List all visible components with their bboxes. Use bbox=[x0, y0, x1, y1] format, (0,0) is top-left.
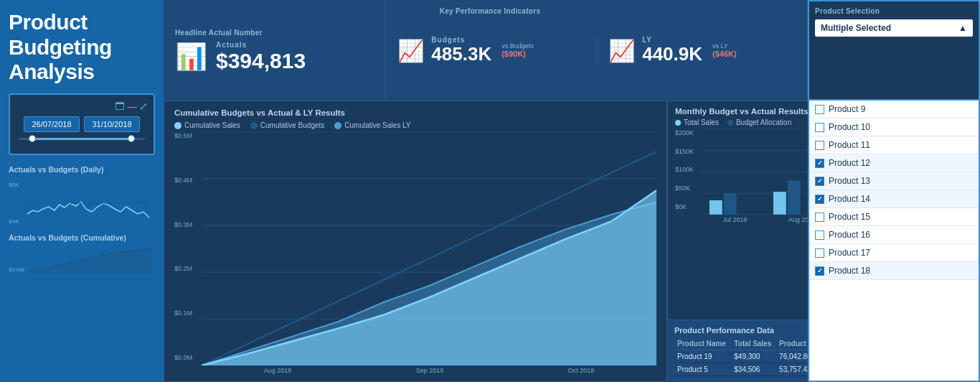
slider-thumb-right[interactable] bbox=[128, 135, 135, 142]
product-name: Product 12 bbox=[829, 158, 870, 168]
legend-item-sales: Cumulative Sales bbox=[174, 121, 240, 129]
y-label-0p0: $0.0M bbox=[174, 354, 199, 361]
x-label-aug: Aug 2018 bbox=[264, 367, 292, 374]
product-list-item[interactable]: Product 11 bbox=[809, 136, 979, 154]
product-list-item[interactable]: Product 9 bbox=[809, 101, 979, 118]
y-label-0p3: $0.3M bbox=[174, 221, 199, 228]
vs-ly-label: vs LY bbox=[712, 42, 737, 50]
row1-name: Product 19 bbox=[674, 350, 731, 363]
product-list-item[interactable]: ✓Product 12 bbox=[809, 154, 979, 172]
kpi-section-title: Key Performance Indicators bbox=[440, 7, 541, 15]
kpi-section: Key Performance Indicators 📈 Budgets 485… bbox=[386, 0, 808, 101]
product-name: Product 11 bbox=[829, 140, 870, 150]
minimize-icon: — bbox=[127, 101, 137, 112]
end-date-field[interactable]: 31/10/2018 bbox=[84, 116, 140, 132]
row1-sales: $49,300 bbox=[731, 350, 776, 363]
product-selection-top: Product Selection Multiple Selected ▲ bbox=[808, 0, 980, 101]
title-panel: Product Budgeting Analysis 🗖 — ⤢ 26/07/2… bbox=[0, 0, 164, 382]
monthly-y-100k: $100K bbox=[675, 166, 699, 173]
monthly-y-50k: $50K bbox=[675, 185, 699, 192]
product-checkbox[interactable]: ✓ bbox=[815, 159, 824, 168]
monthly-y-150k: $150K bbox=[675, 148, 699, 155]
headline-section: Headline Actual Number 📊 Actuals $394,81… bbox=[164, 0, 386, 101]
product-name: Product 17 bbox=[829, 248, 870, 258]
x-label-sep: Sep 2018 bbox=[416, 367, 444, 374]
svg-rect-18 bbox=[788, 180, 801, 214]
product-list-panel: Product 9Product 10Product 11✓Product 12… bbox=[808, 101, 980, 382]
row2-sales: $34,506 bbox=[731, 363, 776, 376]
expand-icon: ⤢ bbox=[139, 101, 148, 112]
product-list-item[interactable]: Product 16 bbox=[809, 226, 979, 244]
svg-rect-17 bbox=[773, 192, 786, 215]
ly-value: 440.9K bbox=[642, 44, 702, 65]
product-selection-title: Product Selection bbox=[815, 7, 973, 15]
actuals-label: Actuals bbox=[216, 41, 306, 49]
product-list-item[interactable]: Product 15 bbox=[809, 208, 979, 226]
product-name: Product 14 bbox=[829, 194, 870, 204]
headline-icon: 📊 bbox=[175, 42, 207, 72]
vs-budgets-label: vs Budgets bbox=[501, 42, 534, 50]
y-label-0p1: $0.1M bbox=[174, 309, 199, 317]
monthly-y-0k: $0K bbox=[675, 203, 699, 210]
daily-mini-chart-section: Actuals vs Budgets (Daily) $6K $4K bbox=[9, 165, 155, 225]
product-name: Product 18 bbox=[829, 266, 870, 276]
product-name: Product 9 bbox=[829, 104, 865, 114]
product-checkbox[interactable] bbox=[815, 123, 824, 132]
chevron-up-icon: ▲ bbox=[958, 23, 967, 33]
product-list-item[interactable]: ✓Product 14 bbox=[809, 190, 979, 208]
product-dropdown-header[interactable]: Multiple Selected ▲ bbox=[815, 19, 973, 37]
date-selector[interactable]: 🗖 — ⤢ 26/07/2018 31/10/2018 bbox=[9, 93, 155, 155]
vs-ly-value: ($46K) bbox=[712, 50, 737, 58]
monthly-legend-budget: Budget Allocation bbox=[727, 118, 791, 126]
product-list-item[interactable]: Product 10 bbox=[809, 118, 979, 136]
product-name: Product 10 bbox=[829, 122, 870, 132]
svg-marker-0 bbox=[30, 248, 152, 273]
product-checkbox[interactable]: ✓ bbox=[815, 266, 824, 276]
y-label-0p4: $0.4M bbox=[174, 177, 199, 184]
product-checkbox[interactable] bbox=[815, 105, 824, 114]
cumulative-chart-legend: Cumulative Sales Cumulative Budgets Cumu… bbox=[174, 121, 656, 129]
cumulative-mini-chart-section: Actuals vs Budgets (Cumulative) $0.0M bbox=[9, 233, 155, 273]
cumulative-chart-title: Actuals vs Budgets (Cumulative) bbox=[9, 233, 155, 242]
x-label-oct: Oct 2018 bbox=[568, 367, 595, 374]
product-checkbox[interactable] bbox=[815, 248, 824, 258]
cumulative-chart-svg bbox=[202, 132, 656, 365]
product-name: Product 13 bbox=[829, 176, 870, 186]
ly-icon: 📈 bbox=[608, 38, 635, 63]
x-label-jul: Jul 2018 bbox=[723, 216, 748, 223]
product-list-item[interactable]: ✓Product 18 bbox=[809, 262, 979, 280]
main-title: Product Budgeting Analysis bbox=[9, 10, 155, 85]
product-name: Product 15 bbox=[829, 212, 870, 222]
legend-item-budgets: Cumulative Budgets bbox=[250, 121, 325, 129]
svg-rect-15 bbox=[710, 200, 722, 215]
product-checkbox[interactable] bbox=[815, 230, 824, 240]
daily-y-min: $4K bbox=[9, 218, 19, 225]
budgets-value: 485.3K bbox=[431, 44, 491, 65]
window-icon: 🗖 bbox=[115, 101, 125, 112]
row2-name: Product 5 bbox=[674, 363, 731, 376]
product-checkbox[interactable] bbox=[815, 141, 824, 150]
budgets-icon: 📈 bbox=[397, 38, 424, 63]
product-list-item[interactable]: ✓Product 13 bbox=[809, 172, 979, 190]
monthly-legend-sales: Total Sales bbox=[675, 118, 719, 126]
product-name: Product 16 bbox=[829, 230, 870, 240]
daily-mini-chart-svg bbox=[22, 182, 155, 225]
slider-thumb-left[interactable] bbox=[29, 135, 36, 142]
dropdown-label: Multiple Selected bbox=[821, 23, 891, 33]
col-total-sales: Total Sales bbox=[731, 337, 776, 350]
cumulative-chart-title: Cumulative Budgets vs Actual & LY Result… bbox=[174, 108, 656, 117]
daily-chart-title: Actuals vs Budgets (Daily) bbox=[9, 165, 155, 174]
cumulative-y-label: $0.0M bbox=[9, 266, 24, 273]
monthly-y-200k: $200K bbox=[675, 129, 699, 136]
product-checkbox[interactable]: ✓ bbox=[815, 195, 824, 204]
daily-y-max: $6K bbox=[9, 182, 19, 188]
vs-budgets-value: ($90K) bbox=[501, 50, 534, 58]
product-list-item[interactable]: Product 17 bbox=[809, 244, 979, 262]
product-checkbox[interactable]: ✓ bbox=[815, 177, 824, 186]
y-label-0p2: $0.2M bbox=[174, 265, 199, 272]
product-checkbox[interactable] bbox=[815, 213, 824, 222]
date-slider[interactable] bbox=[19, 138, 145, 148]
svg-rect-16 bbox=[724, 193, 737, 215]
start-date-field[interactable]: 26/07/2018 bbox=[24, 116, 80, 132]
actuals-value: $394,813 bbox=[216, 49, 306, 73]
